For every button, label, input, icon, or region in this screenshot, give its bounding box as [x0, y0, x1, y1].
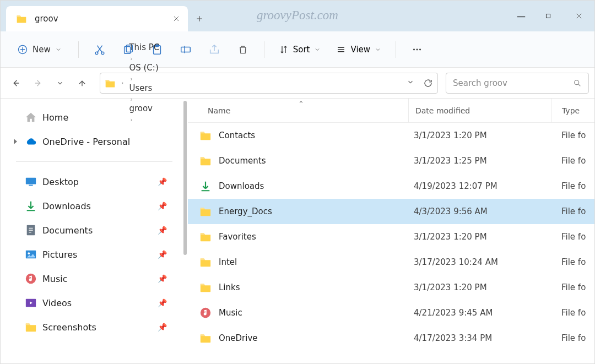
column-type[interactable]: Type: [551, 99, 580, 122]
sidebar-item-label: Pictures: [42, 249, 77, 260]
dl-icon: [25, 200, 37, 212]
search-input[interactable]: Search groov: [446, 73, 589, 94]
sidebar-item-label: Screenshots: [42, 322, 96, 333]
pin-icon: 📌: [158, 226, 167, 235]
file-type: File fo: [551, 333, 586, 343]
sort-icon: [279, 45, 289, 55]
home-icon: [25, 111, 37, 123]
delete-button[interactable]: [231, 39, 255, 61]
folder-icon: [199, 230, 212, 243]
address-bar[interactable]: › This PC›OS (C:)›Users›groov›: [100, 73, 438, 94]
pics-icon: [25, 248, 37, 260]
file-list: ⌃ Name Date modified Type Contacts 3/1/2…: [188, 99, 594, 363]
file-date: 4/21/2023 9:45 AM: [408, 308, 551, 318]
new-button[interactable]: New: [9, 41, 69, 58]
sidebar-item-videos[interactable]: Videos📌: [5, 291, 183, 315]
sort-label: Sort: [293, 45, 310, 55]
folder-icon: [199, 332, 212, 345]
file-type: File fo: [551, 156, 586, 166]
close-window-button[interactable]: [564, 2, 594, 30]
sidebar-item-label: Music: [42, 274, 68, 284]
table-row[interactable]: Contacts 3/1/2023 1:20 PM File fo: [188, 123, 594, 148]
file-date: 4/19/2023 12:07 PM: [408, 181, 551, 191]
sidebar-item-documents[interactable]: Documents📌: [5, 218, 183, 242]
minimize-button[interactable]: —: [502, 2, 533, 30]
refresh-button[interactable]: [423, 78, 433, 88]
address-row: › This PC›OS (C:)›Users›groov› Search gr…: [1, 68, 594, 99]
table-row[interactable]: Energy_Docs 4/3/2023 9:56 AM File fo: [188, 199, 594, 224]
sort-button[interactable]: Sort: [273, 41, 327, 58]
breadcrumb-item[interactable]: OS (C:): [129, 63, 159, 73]
up-button[interactable]: [72, 72, 92, 94]
sidebar-item-label: Downloads: [42, 201, 91, 211]
column-header[interactable]: ⌃ Name Date modified Type: [188, 99, 594, 123]
share-button[interactable]: [202, 39, 226, 61]
forward-button[interactable]: [28, 72, 48, 94]
file-type: File fo: [551, 308, 586, 318]
sidebar-item-onedrive[interactable]: OneDrive - Personal: [5, 129, 183, 154]
close-tab-button[interactable]: [172, 15, 180, 23]
chevron-right-icon: ›: [120, 79, 125, 86]
sort-asc-icon: ⌃: [298, 100, 304, 108]
table-row[interactable]: OneDrive 4/17/2023 3:34 PM File fo: [188, 325, 594, 351]
file-name: Documents: [219, 156, 266, 166]
view-icon: [336, 45, 346, 55]
plus-circle-icon: [17, 44, 28, 55]
file-type: File fo: [551, 207, 586, 216]
search-placeholder: Search groov: [453, 78, 573, 88]
separator: [396, 41, 396, 58]
pin-icon: 📌: [158, 274, 167, 283]
sidebar-item-music[interactable]: Music📌: [5, 267, 183, 291]
sidebar-item-screenshots[interactable]: Screenshots📌: [5, 315, 183, 339]
chevron-right-icon: ›: [129, 55, 133, 62]
rename-button[interactable]: [174, 39, 198, 61]
music-icon: [25, 273, 37, 285]
chevron-down-icon[interactable]: [407, 78, 414, 88]
folder-icon: [199, 256, 212, 269]
videos-icon: [25, 297, 37, 309]
dl-icon: [199, 180, 212, 193]
folder-icon: [199, 205, 212, 218]
view-button[interactable]: View: [331, 41, 387, 58]
recent-button[interactable]: [50, 72, 70, 94]
new-label: New: [33, 45, 51, 55]
file-name: Music: [219, 308, 242, 318]
file-type: File fo: [551, 257, 586, 267]
pin-icon: 📌: [158, 323, 167, 332]
table-row[interactable]: Favorites 3/1/2023 1:20 PM File fo: [188, 224, 594, 249]
table-row[interactable]: Intel 3/17/2023 10:24 AM File fo: [188, 249, 594, 275]
sidebar-item-label: Desktop: [42, 177, 79, 187]
breadcrumb-item[interactable]: This PC: [129, 42, 159, 52]
maximize-button[interactable]: [533, 2, 564, 30]
file-name: Favorites: [219, 232, 256, 242]
cut-button[interactable]: [88, 39, 112, 61]
separator: [78, 41, 79, 58]
table-row[interactable]: Documents 3/1/2023 1:25 PM File fo: [188, 148, 594, 173]
main: Home OneDrive - Personal Desktop📌Downloa…: [1, 99, 594, 363]
sidebar-scrollbar[interactable]: [183, 101, 187, 255]
sidebar-item-pictures[interactable]: Pictures📌: [5, 242, 183, 267]
sidebar-item-home[interactable]: Home: [5, 105, 183, 129]
file-name: Links: [219, 282, 240, 292]
new-tab-button[interactable]: [188, 6, 211, 31]
table-row[interactable]: Links 3/1/2023 1:20 PM File fo: [188, 275, 594, 300]
back-button[interactable]: [6, 72, 26, 94]
desktop-icon: [25, 176, 37, 188]
file-date: 4/3/2023 9:56 AM: [408, 207, 551, 216]
table-row[interactable]: Music 4/21/2023 9:45 AM File fo: [188, 300, 594, 325]
breadcrumb-item[interactable]: Users: [129, 83, 159, 93]
sidebar-item-desktop[interactable]: Desktop📌: [5, 170, 183, 194]
tab-title: groov: [35, 14, 165, 24]
file-date: 3/1/2023 1:20 PM: [408, 232, 551, 242]
sidebar-item-label: OneDrive - Personal: [42, 137, 130, 147]
folder-icon: [25, 321, 37, 333]
tab[interactable]: groov: [6, 6, 188, 31]
pin-icon: 📌: [158, 250, 167, 259]
more-button[interactable]: [405, 39, 429, 61]
sidebar-item-downloads[interactable]: Downloads📌: [5, 194, 183, 218]
file-name: Downloads: [219, 181, 264, 191]
folder-icon: [199, 281, 212, 294]
music-icon: [199, 306, 212, 319]
table-row[interactable]: Downloads 4/19/2023 12:07 PM File fo: [188, 173, 594, 199]
column-date[interactable]: Date modified: [408, 99, 551, 122]
